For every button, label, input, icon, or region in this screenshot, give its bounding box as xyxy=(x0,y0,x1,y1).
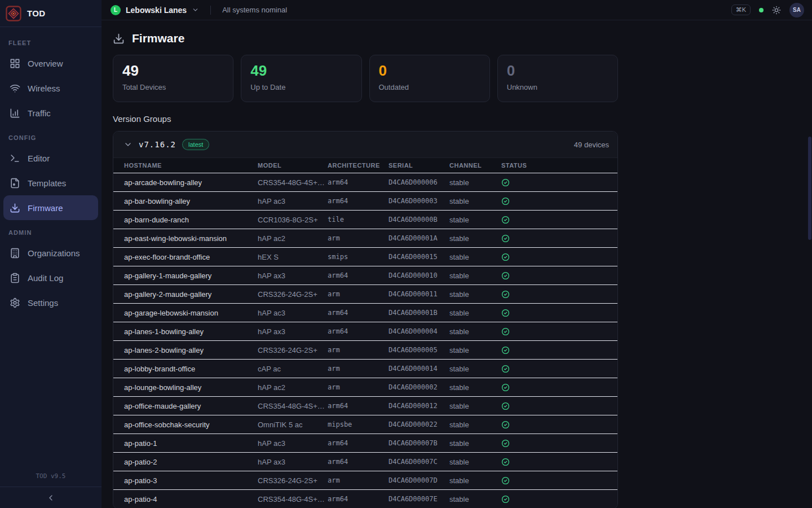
cell-serial: D4CA6D000022 xyxy=(389,415,449,434)
theme-toggle-button[interactable] xyxy=(772,6,781,15)
sidebar-item-label: Overview xyxy=(28,59,63,68)
table-row[interactable]: ap-lanes-2-bowling-alleyCRS326-24G-2S+ar… xyxy=(113,341,617,360)
stat-value: 49 xyxy=(122,63,224,80)
sidebar-item-overview[interactable]: Overview xyxy=(3,51,98,76)
cell-architecture: tile xyxy=(328,211,389,229)
cell-model: CRS326-24G-2S+ xyxy=(258,471,328,490)
cell-status xyxy=(501,248,617,266)
version-groups-label: Version Groups xyxy=(113,114,618,124)
cell-channel: stable xyxy=(449,360,501,378)
table-header-row: HOSTNAMEMODELARCHITECTURESERIALCHANNELST… xyxy=(113,158,617,173)
circle-check-icon xyxy=(501,495,617,503)
cell-architecture: arm64 xyxy=(328,322,389,341)
cell-model: hEX S xyxy=(258,248,328,266)
chevron-left-icon xyxy=(46,493,55,502)
cell-hostname: ap-patio-1 xyxy=(113,434,258,453)
table-row[interactable]: ap-exec-floor-brandt-officehEX SsmipsD4C… xyxy=(113,248,617,266)
cell-serial: D4CA6D000012 xyxy=(389,397,449,415)
cell-status xyxy=(501,266,617,285)
scrollbar-thumb[interactable] xyxy=(808,137,811,240)
sidebar-item-firmware[interactable]: Firmware xyxy=(3,195,98,220)
gear-icon xyxy=(10,297,20,308)
sidebar-collapse-button[interactable] xyxy=(0,487,102,508)
sidebar-item-settings[interactable]: Settings xyxy=(3,290,98,315)
version-group-header[interactable]: v7.16.2 latest 49 devices xyxy=(113,132,617,157)
sidebar-item-label: Traffic xyxy=(28,108,51,118)
cell-hostname: ap-garage-lebowski-mansion xyxy=(113,304,258,322)
cell-hostname: ap-office-sobchak-security xyxy=(113,415,258,434)
cell-hostname: ap-lanes-1-bowling-alley xyxy=(113,322,258,341)
cell-serial: D4CA6D00007C xyxy=(389,453,449,471)
user-avatar[interactable]: SA xyxy=(789,3,804,17)
cell-model: hAP ax3 xyxy=(258,266,328,285)
app-root: TOD FLEETOverviewWirelessTrafficCONFIGEd… xyxy=(0,0,812,508)
stat-value: 49 xyxy=(250,63,352,80)
sidebar-item-editor[interactable]: Editor xyxy=(3,146,98,170)
cell-channel: stable xyxy=(449,304,501,322)
column-header-model: MODEL xyxy=(258,158,328,173)
stat-label: Up to Date xyxy=(250,83,352,91)
circle-check-icon xyxy=(501,178,617,187)
app-logo[interactable]: TOD xyxy=(0,0,102,27)
cell-serial: D4CA6D00000B xyxy=(389,211,449,229)
cell-serial: D4CA6D00001B xyxy=(389,304,449,322)
cell-hostname: ap-east-wing-lebowski-mansion xyxy=(113,229,258,248)
sidebar-item-label: Settings xyxy=(28,298,58,308)
stat-card-unknown: 0Unknown xyxy=(497,55,618,102)
cell-channel: stable xyxy=(449,322,501,341)
table-row[interactable]: ap-bar-bowling-alleyhAP ac3arm64D4CA6D00… xyxy=(113,192,617,211)
table-row[interactable]: ap-gallery-2-maude-galleryCRS326-24G-2S+… xyxy=(113,285,617,304)
org-switcher[interactable]: L Lebowski Lanes xyxy=(111,5,199,15)
sidebar-item-templates[interactable]: Templates xyxy=(3,170,98,195)
cell-serial: D4CA6D00007B xyxy=(389,434,449,453)
table-row[interactable]: ap-east-wing-lebowski-mansionhAP ac2armD… xyxy=(113,229,617,248)
cell-architecture: arm64 xyxy=(328,192,389,211)
table-row[interactable]: ap-office-maude-galleryCRS354-48G-4S+…ar… xyxy=(113,397,617,415)
sidebar-item-organizations[interactable]: Organizations xyxy=(3,240,98,265)
table-row[interactable]: ap-lounge-bowling-alleyhAP ac2armD4CA6D0… xyxy=(113,378,617,397)
command-palette-shortcut[interactable]: ⌘K xyxy=(731,5,751,15)
table-row[interactable]: ap-garage-lebowski-mansionhAP ac3arm64D4… xyxy=(113,304,617,322)
sun-icon xyxy=(772,6,781,15)
sidebar-item-wireless[interactable]: Wireless xyxy=(3,76,98,100)
stat-card-outdated: 0Outdated xyxy=(369,55,490,102)
table-row[interactable]: ap-patio-1hAP ac3arm64D4CA6D00007Bstable xyxy=(113,434,617,453)
circle-check-icon xyxy=(501,197,617,205)
table-row[interactable]: ap-office-sobchak-securityOmniTIK 5 acmi… xyxy=(113,415,617,434)
circle-check-icon xyxy=(501,439,617,448)
cell-status xyxy=(501,304,617,322)
table-row[interactable]: ap-lanes-1-bowling-alleyhAP ax3arm64D4CA… xyxy=(113,322,617,341)
cell-architecture: arm64 xyxy=(328,266,389,285)
cell-hostname: ap-patio-3 xyxy=(113,471,258,490)
topbar: L Lebowski Lanes All systems nominal ⌘K xyxy=(102,0,812,20)
column-header-channel: CHANNEL xyxy=(449,158,501,173)
table-row[interactable]: ap-patio-3CRS326-24G-2S+armD4CA6D00007Ds… xyxy=(113,471,617,490)
table-row[interactable]: ap-lobby-brandt-officecAP acarmD4CA6D000… xyxy=(113,360,617,378)
table-row[interactable]: ap-patio-4CRS354-48G-4S+…arm64D4CA6D0000… xyxy=(113,490,617,508)
cell-serial: D4CA6D000010 xyxy=(389,266,449,285)
table-row[interactable]: ap-gallery-1-maude-galleryhAP ax3arm64D4… xyxy=(113,266,617,285)
cell-model: CRS354-48G-4S+… xyxy=(258,490,328,508)
stat-value: 0 xyxy=(379,63,480,80)
stat-value: 0 xyxy=(507,63,608,80)
circle-check-icon xyxy=(501,216,617,224)
cell-status xyxy=(501,490,617,508)
sidebar-nav: FLEETOverviewWirelessTrafficCONFIGEditor… xyxy=(0,27,102,468)
cell-model: CRS354-48G-4S+… xyxy=(258,173,328,192)
chart-icon xyxy=(10,108,20,119)
sidebar-item-traffic[interactable]: Traffic xyxy=(3,100,98,125)
table-row[interactable]: ap-arcade-bowling-alleyCRS354-48G-4S+…ar… xyxy=(113,173,617,192)
cell-serial: D4CA6D000011 xyxy=(389,285,449,304)
cell-serial: D4CA6D000003 xyxy=(389,192,449,211)
table-row[interactable]: ap-barn-dude-ranchCCR1036-8G-2S+tileD4CA… xyxy=(113,211,617,229)
sidebar-item-audit-log[interactable]: Audit Log xyxy=(3,265,98,290)
circle-check-icon xyxy=(501,383,617,392)
column-header-serial: SERIAL xyxy=(389,158,449,173)
circle-check-icon xyxy=(501,346,617,354)
cell-status xyxy=(501,285,617,304)
cell-architecture: arm xyxy=(328,360,389,378)
sidebar-item-label: Editor xyxy=(28,154,50,163)
cell-hostname: ap-gallery-1-maude-gallery xyxy=(113,266,258,285)
cell-status xyxy=(501,434,617,453)
table-row[interactable]: ap-patio-2hAP ax3arm64D4CA6D00007Cstable xyxy=(113,453,617,471)
